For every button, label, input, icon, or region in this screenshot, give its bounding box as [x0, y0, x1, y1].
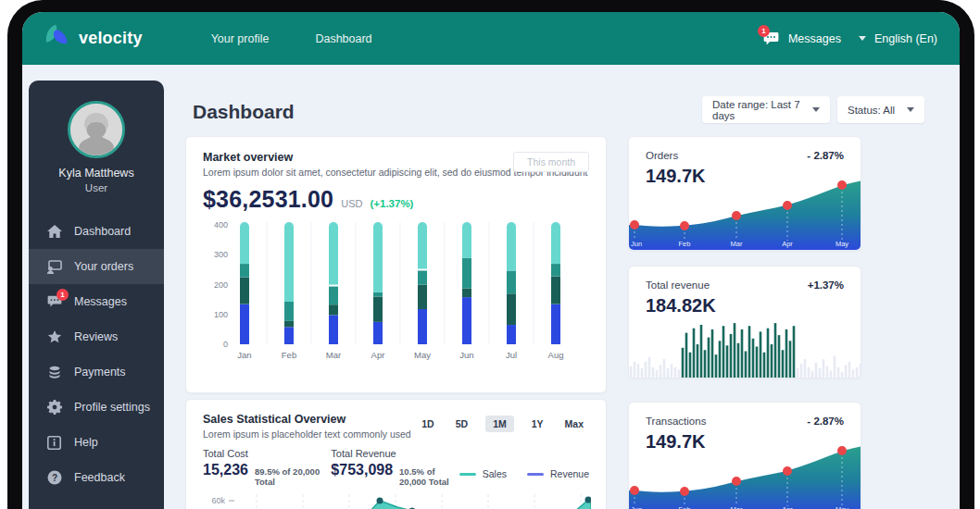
orders-area-chart: JunFebMarAprMay: [629, 178, 861, 250]
range-tabs: 1D5D1M1YMax: [418, 416, 587, 432]
page-title: Dashboard: [193, 101, 295, 123]
svg-text:60k: 60k: [211, 496, 225, 505]
sidebar-item-reviews[interactable]: Reviews: [29, 319, 164, 354]
messages-label[interactable]: Messages: [788, 32, 841, 45]
messages-icon[interactable]: 1: [763, 31, 780, 46]
total-revenue-value: $753,098: [331, 462, 393, 478]
total-revenue-card: Total revenue +1.37% 184.82K: [628, 266, 861, 379]
sidebar-item-your-orders[interactable]: Your orders: [29, 249, 164, 284]
total-cost-note: 89.5% of 20,000 Total: [255, 466, 331, 487]
revenue-line-icon: [527, 473, 544, 476]
orders-icon: [46, 259, 62, 275]
total-revenue-value: 184.82K: [629, 291, 861, 317]
market-amount: $36,2531.00: [203, 186, 333, 213]
sidebar-menu: DashboardYour orders1MessagesReviewsPaym…: [29, 214, 164, 495]
svg-text:200: 200: [214, 280, 228, 290]
page: velocity Your profile Dashboard 1 Messag…: [0, 0, 980, 509]
user-role: User: [29, 182, 164, 193]
app-screen: velocity Your profile Dashboard 1 Messag…: [22, 12, 960, 509]
total-revenue-group: Total Revenue $753,098 10.5% of 20,000 T…: [331, 448, 459, 487]
total-revenue-note: 10.5% of 20,000 Total: [399, 466, 459, 487]
legend-sales: Sales: [459, 468, 507, 479]
svg-text:Feb: Feb: [282, 350, 296, 360]
orders-card: Orders - 2.87% 149.7K JunFebMarAprMay: [628, 136, 861, 251]
svg-text:Jun: Jun: [631, 240, 642, 248]
svg-text:100: 100: [214, 310, 228, 319]
svg-text:Feb: Feb: [679, 505, 691, 509]
language-selector[interactable]: English (En): [874, 32, 937, 45]
chart-legend: Sales Revenue: [459, 448, 589, 487]
transactions-title: Transactions: [646, 416, 706, 427]
svg-text:May: May: [414, 350, 431, 360]
sidebar-item-help[interactable]: Help: [29, 425, 164, 460]
sidebar: Kyla Matthews User DashboardYour orders1…: [29, 81, 164, 509]
transactions-change: - 2.87%: [807, 416, 844, 427]
tab-1d[interactable]: 1D: [418, 416, 437, 432]
star-icon: [46, 329, 62, 345]
svg-text:Aug: Aug: [548, 350, 564, 360]
velocity-logo-icon: [44, 23, 69, 55]
brand[interactable]: velocity: [44, 23, 143, 55]
total-cost-group: Total Cost 15,236 89.5% of 20,000 Total: [203, 448, 331, 487]
brand-name: velocity: [79, 29, 143, 48]
legend-revenue: Revenue: [527, 468, 589, 479]
tab-1y[interactable]: 1Y: [528, 416, 547, 432]
tab-max[interactable]: Max: [561, 416, 587, 432]
sidebar-item-feedback[interactable]: ?Feedback: [29, 460, 164, 495]
sidebar-item-messages[interactable]: 1Messages: [29, 284, 164, 319]
svg-text:Mar: Mar: [731, 240, 743, 248]
total-revenue-title: Total revenue: [646, 279, 710, 291]
payments-icon: [46, 365, 62, 380]
svg-text:Apr: Apr: [782, 240, 793, 248]
avatar[interactable]: [68, 101, 125, 158]
topbar: velocity Your profile Dashboard 1 Messag…: [22, 12, 960, 65]
svg-text:Apr: Apr: [782, 505, 793, 509]
gear-icon: [46, 400, 62, 416]
orders-title: Orders: [646, 150, 678, 161]
market-currency: USD: [341, 198, 362, 209]
sidebar-item-dashboard[interactable]: Dashboard: [29, 214, 164, 249]
sidebar-item-profile-settings[interactable]: Profile settings: [29, 390, 164, 425]
info-icon: [46, 435, 62, 451]
user-name: Kyla Matthews: [29, 167, 164, 180]
caret-down-icon[interactable]: [859, 36, 866, 41]
svg-text:400: 400: [214, 220, 228, 230]
market-bar-chart: 4003002001000JanFebMarAprMayJunJulAug: [203, 215, 595, 363]
messages-badge: 1: [758, 25, 770, 37]
caret-down-icon: [907, 107, 914, 112]
status-dropdown[interactable]: Status: All: [837, 96, 924, 123]
nav-dashboard[interactable]: Dashboard: [315, 32, 371, 45]
topnav: Your profile Dashboard: [211, 32, 372, 45]
this-month-button[interactable]: This month: [513, 152, 589, 172]
sales-line-icon: [459, 473, 476, 476]
device-frame: velocity Your profile Dashboard 1 Messag…: [7, 0, 974, 509]
messages-icon: 1: [46, 294, 62, 310]
orders-change: - 2.87%: [807, 150, 844, 161]
nav-your-profile[interactable]: Your profile: [211, 32, 270, 45]
market-overview-card: Market overview Lorem ipsum dolor sit am…: [185, 136, 607, 393]
tab-1m[interactable]: 1M: [485, 416, 514, 432]
home-icon: [46, 224, 62, 240]
sales-area-chart: 60k40k: [203, 494, 591, 509]
svg-text:Jun: Jun: [631, 505, 642, 509]
svg-text:Jul: Jul: [506, 350, 517, 360]
transactions-card: Transactions - 2.87% 149.7K JunFebMarApr…: [628, 402, 861, 509]
svg-text:?: ?: [51, 473, 57, 483]
revenue-waveform-chart: [629, 320, 861, 378]
svg-text:300: 300: [214, 250, 228, 259]
svg-text:May: May: [836, 505, 848, 509]
question-icon: ?: [46, 470, 62, 486]
svg-text:Jan: Jan: [237, 350, 251, 360]
tab-5d[interactable]: 5D: [452, 416, 471, 432]
svg-text:Mar: Mar: [326, 350, 341, 360]
sidebar-item-payments[interactable]: Payments: [29, 354, 164, 390]
market-change: (+1.37%): [370, 198, 413, 209]
svg-text:0: 0: [223, 340, 228, 349]
svg-text:Jun: Jun: [459, 350, 473, 360]
topbar-right: 1 Messages English (En): [763, 31, 937, 46]
caret-down-icon: [812, 107, 820, 112]
date-range-dropdown[interactable]: Date range: Last 7 days: [702, 96, 830, 123]
svg-text:May: May: [836, 240, 848, 248]
transactions-area-chart: JunFebMarAprMay: [629, 443, 861, 509]
total-revenue-change: +1.37%: [808, 279, 844, 291]
